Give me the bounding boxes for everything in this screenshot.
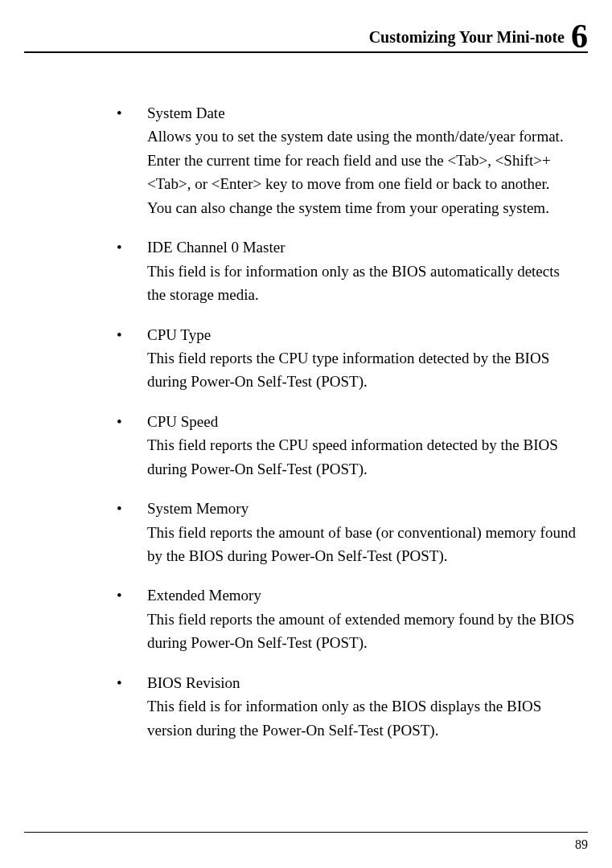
list-item: • CPU Speed This field reports the CPU s…	[117, 410, 580, 481]
chapter-number: 6	[571, 19, 588, 53]
bullet-icon: •	[117, 671, 122, 694]
page: Customizing Your Mini-note 6 • System Da…	[0, 0, 612, 868]
item-body: This field is for information only as th…	[147, 260, 580, 307]
content-area: • System Date Allows you to set the syst…	[24, 101, 588, 742]
list-item: • CPU Type This field reports the CPU ty…	[117, 323, 580, 394]
item-body: This field reports the amount of extende…	[147, 608, 580, 655]
header-title: Customizing Your Mini-note	[369, 28, 565, 47]
bullet-icon: •	[117, 583, 122, 607]
page-footer: 89	[24, 832, 588, 852]
page-header: Customizing Your Mini-note 6	[24, 14, 588, 53]
list-item: • IDE Channel 0 Master This field is for…	[117, 235, 580, 306]
item-body-extra: You can also change the system time from…	[147, 196, 580, 219]
item-title: BIOS Revision	[147, 671, 580, 694]
item-title: System Memory	[147, 497, 580, 520]
item-body: Allows you to set the system date using …	[147, 125, 580, 195]
item-title: CPU Type	[147, 323, 580, 346]
bullet-icon: •	[117, 235, 122, 259]
bullet-list: • System Date Allows you to set the syst…	[117, 101, 580, 742]
item-body: This field reports the amount of base (o…	[147, 521, 580, 568]
list-item: • System Date Allows you to set the syst…	[117, 101, 580, 219]
item-body: This field is for information only as th…	[147, 694, 580, 742]
bullet-icon: •	[117, 101, 122, 125]
item-title: Extended Memory	[147, 583, 580, 607]
footer-rule	[24, 832, 588, 833]
list-item: • Extended Memory This field reports the…	[117, 583, 580, 654]
page-number: 89	[24, 837, 588, 852]
item-body: This field reports the CPU speed informa…	[147, 433, 580, 481]
item-title: CPU Speed	[147, 410, 580, 433]
bullet-icon: •	[117, 323, 122, 346]
bullet-icon: •	[117, 410, 122, 433]
bullet-icon: •	[117, 497, 122, 520]
item-title: System Date	[147, 101, 580, 125]
list-item: • BIOS Revision This field is for inform…	[117, 671, 580, 742]
item-body: This field reports the CPU type informat…	[147, 346, 580, 394]
item-title: IDE Channel 0 Master	[147, 235, 580, 259]
list-item: • System Memory This field reports the a…	[117, 497, 580, 567]
